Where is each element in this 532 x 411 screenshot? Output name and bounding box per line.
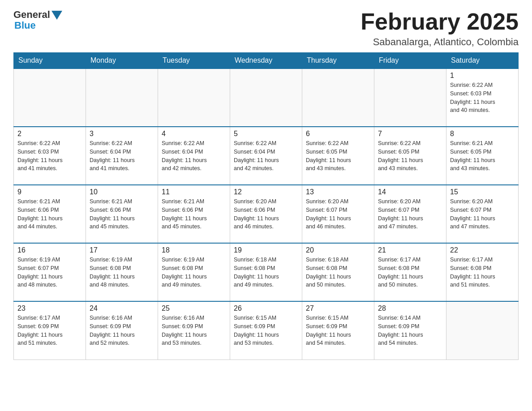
day-info: Sunrise: 6:15 AM Sunset: 6:09 PM Dayligh… [306, 314, 370, 347]
calendar-cell: 27Sunrise: 6:15 AM Sunset: 6:09 PM Dayli… [302, 301, 374, 360]
weekday-header-friday: Friday [374, 53, 446, 69]
day-info: Sunrise: 6:21 AM Sunset: 6:06 PM Dayligh… [17, 197, 82, 231]
weekday-header-monday: Monday [86, 53, 158, 69]
day-number: 26 [234, 304, 298, 313]
day-number: 17 [90, 246, 154, 254]
day-info: Sunrise: 6:22 AM Sunset: 6:03 PM Dayligh… [450, 81, 515, 115]
logo-general-text: General [13, 9, 50, 21]
calendar-cell: 11Sunrise: 6:21 AM Sunset: 6:06 PM Dayli… [158, 185, 230, 243]
day-info: Sunrise: 6:14 AM Sunset: 6:09 PM Dayligh… [378, 314, 442, 347]
day-number: 8 [450, 130, 515, 138]
day-number: 13 [306, 188, 370, 196]
day-number: 24 [90, 304, 154, 313]
calendar-cell: 24Sunrise: 6:16 AM Sunset: 6:09 PM Dayli… [86, 301, 158, 360]
calendar-cell: 4Sunrise: 6:22 AM Sunset: 6:04 PM Daylig… [158, 127, 230, 185]
day-info: Sunrise: 6:17 AM Sunset: 6:09 PM Dayligh… [17, 314, 82, 347]
calendar-cell: 8Sunrise: 6:21 AM Sunset: 6:05 PM Daylig… [446, 127, 519, 185]
day-number: 1 [450, 72, 515, 80]
day-number: 25 [162, 304, 226, 313]
day-info: Sunrise: 6:22 AM Sunset: 6:04 PM Dayligh… [90, 139, 154, 173]
calendar-cell [14, 68, 86, 127]
calendar-cell: 20Sunrise: 6:18 AM Sunset: 6:08 PM Dayli… [302, 243, 374, 301]
day-info: Sunrise: 6:18 AM Sunset: 6:08 PM Dayligh… [234, 256, 298, 289]
weekday-header-saturday: Saturday [446, 53, 519, 69]
weekday-header-row: SundayMondayTuesdayWednesdayThursdayFrid… [14, 53, 519, 69]
day-info: Sunrise: 6:19 AM Sunset: 6:08 PM Dayligh… [162, 256, 226, 289]
calendar-cell: 17Sunrise: 6:19 AM Sunset: 6:08 PM Dayli… [86, 243, 158, 301]
calendar-week-row: 23Sunrise: 6:17 AM Sunset: 6:09 PM Dayli… [14, 301, 519, 360]
day-info: Sunrise: 6:20 AM Sunset: 6:07 PM Dayligh… [306, 197, 370, 231]
day-info: Sunrise: 6:18 AM Sunset: 6:08 PM Dayligh… [306, 256, 370, 289]
calendar-cell: 22Sunrise: 6:17 AM Sunset: 6:08 PM Dayli… [446, 243, 519, 301]
day-info: Sunrise: 6:21 AM Sunset: 6:06 PM Dayligh… [162, 197, 226, 231]
logo: General Blue [13, 9, 62, 31]
day-number: 21 [378, 246, 442, 254]
weekday-header-wednesday: Wednesday [230, 53, 302, 69]
calendar-cell [230, 68, 302, 127]
title-block: February 2025 Sabanalarga, Atlantico, Co… [360, 9, 519, 48]
calendar-cell: 28Sunrise: 6:14 AM Sunset: 6:09 PM Dayli… [374, 301, 446, 360]
day-number: 18 [162, 246, 226, 254]
day-number: 10 [90, 188, 154, 196]
calendar-cell: 9Sunrise: 6:21 AM Sunset: 6:06 PM Daylig… [14, 185, 86, 243]
calendar-week-row: 9Sunrise: 6:21 AM Sunset: 6:06 PM Daylig… [14, 185, 519, 243]
calendar-cell: 12Sunrise: 6:20 AM Sunset: 6:06 PM Dayli… [230, 185, 302, 243]
calendar-cell: 25Sunrise: 6:16 AM Sunset: 6:09 PM Dayli… [158, 301, 230, 360]
weekday-header-sunday: Sunday [14, 53, 86, 69]
calendar-header: SundayMondayTuesdayWednesdayThursdayFrid… [14, 53, 519, 69]
calendar-cell: 16Sunrise: 6:19 AM Sunset: 6:07 PM Dayli… [14, 243, 86, 301]
day-info: Sunrise: 6:22 AM Sunset: 6:03 PM Dayligh… [17, 139, 82, 173]
day-number: 4 [162, 130, 226, 138]
day-info: Sunrise: 6:17 AM Sunset: 6:08 PM Dayligh… [450, 256, 515, 289]
calendar-cell: 6Sunrise: 6:22 AM Sunset: 6:05 PM Daylig… [302, 127, 374, 185]
day-number: 3 [90, 130, 154, 138]
calendar-cell [302, 68, 374, 127]
day-number: 12 [234, 188, 298, 196]
calendar-cell: 1Sunrise: 6:22 AM Sunset: 6:03 PM Daylig… [446, 68, 519, 127]
day-info: Sunrise: 6:22 AM Sunset: 6:04 PM Dayligh… [162, 139, 226, 173]
day-number: 28 [378, 304, 442, 313]
calendar-cell: 3Sunrise: 6:22 AM Sunset: 6:04 PM Daylig… [86, 127, 158, 185]
day-info: Sunrise: 6:22 AM Sunset: 6:05 PM Dayligh… [378, 139, 442, 173]
calendar-cell [158, 68, 230, 127]
day-info: Sunrise: 6:20 AM Sunset: 6:07 PM Dayligh… [450, 197, 515, 231]
day-number: 2 [17, 130, 82, 138]
calendar-cell: 26Sunrise: 6:15 AM Sunset: 6:09 PM Dayli… [230, 301, 302, 360]
day-info: Sunrise: 6:16 AM Sunset: 6:09 PM Dayligh… [162, 314, 226, 347]
calendar-week-row: 2Sunrise: 6:22 AM Sunset: 6:03 PM Daylig… [14, 127, 519, 185]
day-number: 14 [378, 188, 442, 196]
calendar-cell [86, 68, 158, 127]
day-number: 16 [17, 246, 82, 254]
calendar-table: SundayMondayTuesdayWednesdayThursdayFrid… [13, 52, 519, 360]
calendar-cell [374, 68, 446, 127]
day-number: 11 [162, 188, 226, 196]
day-info: Sunrise: 6:15 AM Sunset: 6:09 PM Dayligh… [234, 314, 298, 347]
calendar-cell [446, 301, 519, 360]
calendar-cell: 7Sunrise: 6:22 AM Sunset: 6:05 PM Daylig… [374, 127, 446, 185]
day-info: Sunrise: 6:16 AM Sunset: 6:09 PM Dayligh… [90, 314, 154, 347]
day-number: 6 [306, 130, 370, 138]
calendar-cell: 19Sunrise: 6:18 AM Sunset: 6:08 PM Dayli… [230, 243, 302, 301]
calendar-cell: 23Sunrise: 6:17 AM Sunset: 6:09 PM Dayli… [14, 301, 86, 360]
day-number: 5 [234, 130, 298, 138]
day-info: Sunrise: 6:17 AM Sunset: 6:08 PM Dayligh… [378, 256, 442, 289]
weekday-header-tuesday: Tuesday [158, 53, 230, 69]
day-info: Sunrise: 6:19 AM Sunset: 6:08 PM Dayligh… [90, 256, 154, 289]
day-info: Sunrise: 6:19 AM Sunset: 6:07 PM Dayligh… [17, 256, 82, 289]
calendar-week-row: 1Sunrise: 6:22 AM Sunset: 6:03 PM Daylig… [14, 68, 519, 127]
day-info: Sunrise: 6:20 AM Sunset: 6:06 PM Dayligh… [234, 197, 298, 231]
calendar-cell: 13Sunrise: 6:20 AM Sunset: 6:07 PM Dayli… [302, 185, 374, 243]
weekday-header-thursday: Thursday [302, 53, 374, 69]
day-number: 23 [17, 304, 82, 313]
calendar-body: 1Sunrise: 6:22 AM Sunset: 6:03 PM Daylig… [14, 68, 519, 360]
page-header: General Blue February 2025 Sabanalarga, … [13, 9, 519, 48]
calendar-week-row: 16Sunrise: 6:19 AM Sunset: 6:07 PM Dayli… [14, 243, 519, 301]
calendar-cell: 18Sunrise: 6:19 AM Sunset: 6:08 PM Dayli… [158, 243, 230, 301]
main-title: February 2025 [360, 9, 519, 34]
day-number: 7 [378, 130, 442, 138]
calendar-cell: 21Sunrise: 6:17 AM Sunset: 6:08 PM Dayli… [374, 243, 446, 301]
calendar-cell: 15Sunrise: 6:20 AM Sunset: 6:07 PM Dayli… [446, 185, 519, 243]
location-subtitle: Sabanalarga, Atlantico, Colombia [360, 36, 519, 48]
day-number: 9 [17, 188, 82, 196]
calendar-cell: 5Sunrise: 6:22 AM Sunset: 6:04 PM Daylig… [230, 127, 302, 185]
